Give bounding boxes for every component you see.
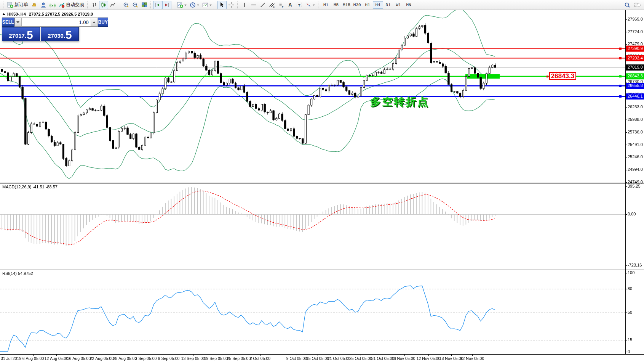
volume-decrease-button[interactable] xyxy=(14,18,22,26)
text-button[interactable]: A xyxy=(286,1,295,9)
volume-input[interactable] xyxy=(22,18,91,26)
chart-shift-button[interactable] xyxy=(162,1,171,9)
toolbar-grip xyxy=(87,2,88,8)
tab-timeframe-mn[interactable]: MN xyxy=(404,1,414,9)
sell-price-int: 27017. xyxy=(9,32,26,39)
timeframe-label: H1 xyxy=(365,3,370,7)
channel-icon: E xyxy=(269,2,275,8)
line-chart-icon xyxy=(110,2,116,8)
tab-timeframe-h1[interactable]: H1 xyxy=(363,1,373,9)
chart-canvas[interactable] xyxy=(0,0,644,363)
buy-label: BUY xyxy=(98,19,108,25)
candlestick-chart-icon xyxy=(101,2,107,8)
tab-timeframe-m1[interactable]: M1 xyxy=(321,1,331,9)
vertical-line-button[interactable] xyxy=(240,1,249,9)
macd-indicator-label: MACD(12,26,9) -41.51 -88.57 xyxy=(2,185,58,189)
chat-button[interactable] xyxy=(632,1,642,9)
chevron-up-icon xyxy=(93,20,96,23)
auto-trading-button[interactable]: 自动交易 xyxy=(57,1,86,9)
symbol-info-bar[interactable]: HK50-,H4 27072.5 27072.5 26926.5 27019.0 xyxy=(2,12,93,16)
buy-price-button[interactable]: 27030. 5 xyxy=(41,27,79,41)
indicators-button[interactable] xyxy=(176,1,188,9)
text-icon: A xyxy=(288,2,292,8)
search-button[interactable] xyxy=(623,1,632,9)
auto-trading-label: 自动交易 xyxy=(66,2,84,8)
person-icon xyxy=(40,2,46,8)
one-click-trade-panel: SELL BUY 27017. 5 27030. 5 xyxy=(2,18,79,41)
periods-button[interactable] xyxy=(188,1,201,9)
tab-timeframe-m5[interactable]: M5 xyxy=(331,1,341,9)
timeframe-label: H4 xyxy=(376,3,380,7)
new-order-label: 新订单 xyxy=(14,2,28,8)
volume-increase-button[interactable] xyxy=(91,18,98,26)
text-label-button[interactable]: T xyxy=(295,1,304,9)
price-callout-box[interactable]: 26843.3 xyxy=(549,72,576,80)
zoom-out-icon xyxy=(132,2,138,8)
arrows-button[interactable] xyxy=(304,1,316,9)
auto-scroll-button[interactable] xyxy=(153,1,162,9)
candlestick-chart-button[interactable] xyxy=(99,1,108,9)
buy-button[interactable]: BUY xyxy=(98,18,108,27)
indicators-icon xyxy=(177,2,183,8)
timeframe-label: D1 xyxy=(386,3,391,7)
chart-text-annotation[interactable]: 多空转折点 xyxy=(370,95,429,109)
signal-button[interactable] xyxy=(48,1,57,9)
new-order-icon xyxy=(7,2,13,8)
horizontal-line-button[interactable] xyxy=(249,1,258,9)
toolbar-grip xyxy=(3,2,4,8)
auto-scroll-icon xyxy=(155,2,161,8)
chat-icon xyxy=(633,2,641,8)
rsi-indicator-label: RSI(14) 54.9752 xyxy=(2,271,33,276)
toolbar-grip xyxy=(173,2,174,8)
tile-windows-icon xyxy=(141,2,147,8)
tab-timeframe-d1[interactable]: D1 xyxy=(383,1,393,9)
tile-windows-button[interactable] xyxy=(140,1,149,9)
tab-timeframe-w1[interactable]: W1 xyxy=(393,1,404,9)
bar-chart-icon xyxy=(91,2,97,8)
sell-button[interactable]: SELL xyxy=(2,18,14,27)
zoom-in-icon xyxy=(123,2,129,8)
timeframe-label: M1 xyxy=(323,3,328,7)
chevron-down-icon xyxy=(197,5,199,7)
gold-ingot-icon xyxy=(31,2,37,8)
sell-price-big-digit: 5 xyxy=(27,30,33,40)
one-click-collapse-icon[interactable] xyxy=(2,13,5,15)
templates-button[interactable] xyxy=(201,1,213,9)
gold-ingot-button[interactable] xyxy=(30,1,39,9)
search-icon xyxy=(624,2,630,8)
new-order-button[interactable]: 新订单 xyxy=(6,1,30,9)
toolbar-grip xyxy=(237,2,238,8)
trendline-button[interactable] xyxy=(258,1,267,9)
timeframe-label: M30 xyxy=(353,3,361,7)
ohlc-values: 27072.5 27072.5 26926.5 27019.0 xyxy=(29,12,93,16)
vertical-line-icon xyxy=(241,2,248,8)
crosshair-button[interactable] xyxy=(227,1,236,9)
toolbar-grip xyxy=(318,2,319,8)
toolbar-grip xyxy=(119,2,120,8)
crosshair-icon xyxy=(228,2,234,8)
toolbar-grip xyxy=(215,2,216,8)
horizontal-line-icon xyxy=(251,2,257,8)
chevron-down-icon xyxy=(184,5,187,7)
fibonacci-icon: F xyxy=(278,2,284,8)
tab-timeframe-m30[interactable]: M30 xyxy=(352,1,363,9)
zoom-out-button[interactable] xyxy=(131,1,140,9)
chevron-down-icon xyxy=(313,5,315,7)
sell-price-button[interactable]: 27017. 5 xyxy=(2,27,40,41)
timeframe-label: MN xyxy=(406,3,411,7)
arrows-icon xyxy=(305,2,312,8)
line-chart-button[interactable] xyxy=(108,1,117,9)
bar-chart-button[interactable] xyxy=(90,1,99,9)
zoom-in-button[interactable] xyxy=(121,1,131,9)
tab-timeframe-h4[interactable]: H4 xyxy=(373,1,383,9)
cursor-button[interactable] xyxy=(217,1,227,9)
toolbar-grip xyxy=(150,2,152,8)
fibonacci-button[interactable]: F xyxy=(276,1,286,9)
main-toolbar: 新订单 自动交易 xyxy=(0,0,644,10)
cursor-icon xyxy=(219,2,225,8)
channel-button[interactable]: E xyxy=(267,1,276,9)
tab-timeframe-m15[interactable]: M15 xyxy=(341,1,352,9)
chart-shift-icon xyxy=(164,2,170,8)
svg-text:T: T xyxy=(298,3,300,7)
person-button[interactable] xyxy=(39,1,48,9)
